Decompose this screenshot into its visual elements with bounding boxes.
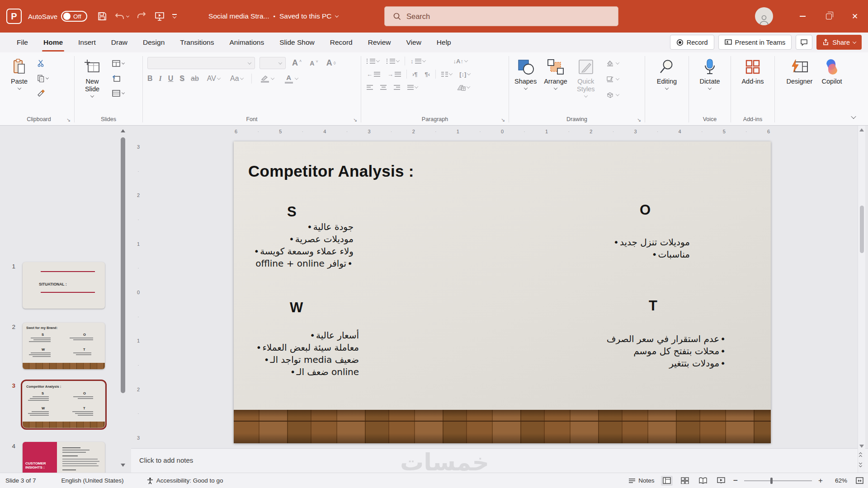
numbering-button[interactable] bbox=[385, 56, 401, 66]
tab-home[interactable]: Home bbox=[36, 33, 71, 52]
reset-slide-button[interactable] bbox=[111, 73, 126, 84]
strengths-heading[interactable]: S bbox=[287, 204, 297, 220]
close-button[interactable]: ✕ bbox=[842, 0, 868, 33]
right-to-left-paragraph-button[interactable]: ¶‹ bbox=[423, 69, 432, 79]
scroll-up-arrow-icon[interactable] bbox=[121, 129, 125, 132]
columns-button[interactable] bbox=[439, 69, 454, 79]
strengths-list[interactable]: جودة عالية موديلات عصرية ولاء عملاء وسمع… bbox=[204, 221, 354, 270]
quick-styles-button[interactable]: Quick Styles bbox=[572, 56, 600, 99]
tab-transitions[interactable]: Transitions bbox=[172, 33, 222, 52]
thumbnail-scrollbar[interactable] bbox=[120, 127, 126, 471]
text-direction-button[interactable]: ↓A↑ bbox=[452, 56, 469, 66]
paragraph-dialog-launcher[interactable]: ↘ bbox=[501, 117, 505, 123]
zoom-slider[interactable] bbox=[744, 480, 812, 481]
cut-button[interactable] bbox=[36, 58, 50, 69]
scroll-down-arrow-icon[interactable] bbox=[859, 445, 864, 448]
tab-slide-show[interactable]: Slide Show bbox=[272, 33, 322, 52]
new-slide-button[interactable]: New Slide bbox=[78, 56, 106, 99]
text-shadow-button[interactable]: S bbox=[179, 75, 184, 83]
increase-font-size-button[interactable]: A˄ bbox=[290, 58, 303, 68]
share-button[interactable]: Share bbox=[816, 35, 862, 50]
autosave-control[interactable]: AutoSave Off bbox=[28, 11, 87, 22]
italic-button[interactable]: I bbox=[159, 75, 162, 83]
notes-toggle-button[interactable]: Notes bbox=[628, 477, 654, 484]
align-right-button[interactable] bbox=[392, 82, 402, 92]
character-spacing-button[interactable]: AV bbox=[205, 74, 222, 84]
notes-placeholder[interactable]: Click to add notes bbox=[139, 456, 193, 464]
shape-fill-button[interactable] bbox=[604, 58, 620, 69]
list-item[interactable]: موديلات عصرية bbox=[204, 233, 354, 245]
slide-thumbnail-3-selected[interactable]: Competitor Analysis : S O W T bbox=[23, 381, 105, 428]
tab-record[interactable]: Record bbox=[322, 33, 360, 52]
list-item[interactable]: أسعار عالية bbox=[205, 329, 359, 342]
shapes-button[interactable]: Shapes bbox=[512, 56, 539, 92]
font-dialog-launcher[interactable]: ↘ bbox=[353, 117, 357, 123]
reading-view-button[interactable] bbox=[697, 476, 709, 486]
format-painter-button[interactable] bbox=[36, 88, 50, 99]
clipboard-dialog-launcher[interactable]: ↘ bbox=[66, 117, 71, 123]
scroll-down-arrow-icon[interactable] bbox=[121, 464, 125, 467]
autosave-toggle[interactable]: Off bbox=[61, 11, 87, 22]
zoom-out-button[interactable]: − bbox=[733, 476, 738, 485]
scroll-up-arrow-icon[interactable] bbox=[859, 128, 864, 131]
left-to-right-paragraph-button[interactable]: ›¶ bbox=[410, 69, 420, 79]
shape-outline-button[interactable] bbox=[604, 74, 620, 84]
bullets-button[interactable] bbox=[365, 56, 381, 66]
copy-button[interactable] bbox=[36, 73, 50, 84]
list-item[interactable]: مودلات بتتغير bbox=[577, 357, 726, 370]
shape-effects-button[interactable] bbox=[604, 89, 620, 100]
font-name-combobox[interactable] bbox=[147, 57, 255, 69]
list-item[interactable]: توافر offline + online bbox=[204, 258, 354, 270]
canvas-scrollbar[interactable] bbox=[858, 126, 865, 473]
text-highlight-color-button[interactable] bbox=[258, 74, 276, 84]
zoom-slider-thumb[interactable] bbox=[770, 478, 773, 484]
slide-title[interactable]: Competitor Analysis : bbox=[248, 162, 414, 180]
clear-formatting-button[interactable]: A◊ bbox=[325, 58, 338, 68]
editing-button[interactable]: Editing bbox=[654, 56, 679, 92]
weaknesses-heading[interactable]: W bbox=[290, 300, 303, 316]
tab-draw[interactable]: Draw bbox=[104, 33, 135, 52]
decrease-font-size-button[interactable]: A˅ bbox=[308, 58, 320, 68]
tab-file[interactable]: File bbox=[9, 33, 36, 52]
slide-thumbnail-1[interactable]: SITUATIONAL : bbox=[23, 262, 105, 309]
list-item[interactable]: عدم استقرار في سعر الصرف bbox=[577, 333, 726, 345]
opportunities-list[interactable]: موديلات تنزل جديد مناسبات bbox=[554, 236, 690, 261]
strikethrough-button[interactable]: ab bbox=[191, 75, 199, 83]
tab-design[interactable]: Design bbox=[135, 33, 172, 52]
tab-insert[interactable]: Insert bbox=[71, 33, 104, 52]
customize-quick-access-toolbar-button[interactable] bbox=[172, 14, 177, 19]
undo-menu-chevron-icon[interactable] bbox=[126, 14, 129, 17]
bold-button[interactable]: B bbox=[147, 75, 153, 83]
copilot-button[interactable]: Copilot bbox=[819, 56, 844, 87]
list-item[interactable]: تواجد الـ media ضعيف bbox=[205, 354, 359, 366]
next-slide-button[interactable] bbox=[859, 462, 862, 467]
restore-button[interactable] bbox=[816, 0, 842, 33]
search-input[interactable]: Search bbox=[384, 6, 618, 26]
start-slideshow-button[interactable] bbox=[154, 11, 165, 22]
record-button[interactable]: Record bbox=[670, 35, 714, 50]
opportunities-heading[interactable]: O bbox=[640, 202, 651, 218]
underline-button[interactable]: U bbox=[168, 75, 174, 83]
list-item[interactable]: موديلات تنزل جديد bbox=[554, 236, 690, 249]
title-chevron-down-icon[interactable] bbox=[335, 14, 339, 17]
font-color-button[interactable]: A bbox=[282, 74, 300, 84]
align-left-button[interactable] bbox=[365, 82, 375, 92]
dictate-button[interactable]: Dictate bbox=[697, 56, 722, 92]
arrange-button[interactable]: Arrange bbox=[541, 56, 570, 92]
powerpoint-app-icon[interactable]: P bbox=[6, 9, 22, 24]
language-selector[interactable]: English (United States) bbox=[61, 477, 124, 484]
list-item[interactable]: مناسبات bbox=[554, 249, 690, 261]
normal-view-button[interactable] bbox=[661, 476, 673, 486]
notes-pane[interactable]: Click to add notes خمسات bbox=[131, 448, 868, 473]
previous-slide-button[interactable] bbox=[859, 453, 862, 458]
undo-button[interactable] bbox=[114, 11, 129, 21]
redo-button[interactable] bbox=[136, 11, 147, 22]
list-item[interactable]: ضعف الـ online bbox=[205, 366, 359, 378]
align-text-button[interactable]: [↕] bbox=[458, 69, 472, 79]
zoom-in-button[interactable]: + bbox=[818, 476, 823, 485]
threats-list[interactable]: عدم استقرار في سعر الصرف محلات بتفتح كل … bbox=[577, 333, 726, 370]
fit-slide-to-window-button[interactable] bbox=[854, 476, 865, 486]
tab-view[interactable]: View bbox=[399, 33, 429, 52]
threats-heading[interactable]: T bbox=[649, 298, 657, 314]
slide-thumbnail-2[interactable]: Swot for my Brand: S O W T bbox=[23, 323, 105, 369]
